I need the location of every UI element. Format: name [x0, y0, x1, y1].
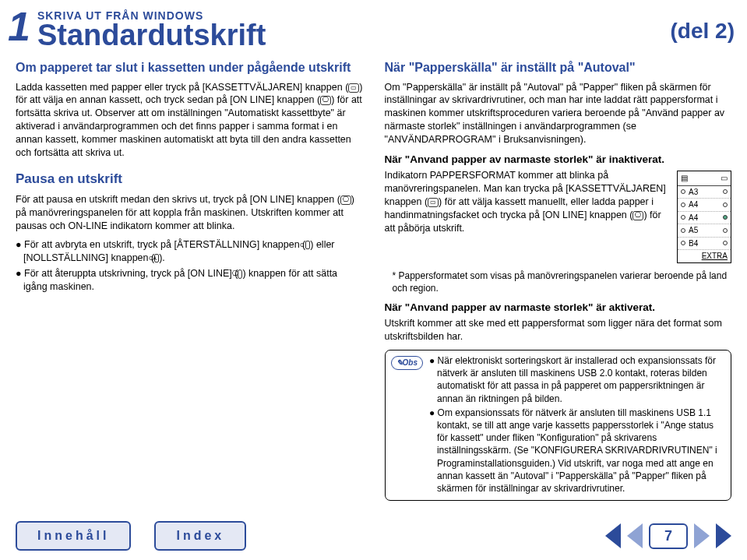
nav-next-icon[interactable] — [694, 523, 710, 548]
left-para-2: För att pausa en utskrift medan den skri… — [16, 193, 363, 233]
tray-icon: ▭ — [348, 83, 359, 93]
text-segment: För att pausa en utskrift medan den skri… — [16, 194, 340, 205]
left-heading-2: Pausa en utskrift — [16, 171, 363, 188]
pencil-icon: ✎ — [396, 358, 403, 367]
text-segment: För att avbryta en utskrift, tryck på [Å… — [24, 239, 305, 250]
indicator-dot — [723, 241, 728, 245]
page-footer: Innehåll Index 7 — [0, 521, 747, 551]
document-page: 1 SKRIVA UT FRÅN WINDOWS Standardutskrif… — [0, 0, 747, 560]
sheet-icon: ▭ — [721, 173, 728, 184]
online-icon: 🖵 — [632, 211, 643, 220]
diagram-row: B4 — [678, 237, 731, 250]
indicator-dot — [681, 241, 685, 245]
page-title: Standardutskrift — [37, 20, 671, 50]
paper-size-label: A4 — [689, 199, 720, 210]
indicator-dot — [681, 228, 685, 233]
asterisk-note: * Pappersformatet som visas på manövreri… — [393, 269, 732, 294]
left-heading-1: Om papperet tar slut i kassetten under p… — [16, 59, 363, 76]
diagram-row: A5 — [678, 224, 731, 237]
text-segment: Ladda kassetten med papper eller tryck p… — [16, 82, 348, 93]
index-button[interactable]: Index — [154, 521, 246, 551]
diagram-row: A3 — [678, 186, 731, 199]
bullet-item: ● Om expansionssats för nätverk är anslu… — [429, 407, 725, 495]
nav-last-icon[interactable] — [716, 523, 731, 548]
diagram-row: A4 — [678, 198, 731, 211]
page-nav: 7 — [605, 523, 731, 549]
obs-note-box: ✎Obs ● När elektroniskt sorteringskort ä… — [385, 350, 732, 501]
indicator-dot — [723, 215, 728, 220]
paper-size-label: A4 — [689, 213, 720, 224]
text-segment: För att återuppta utskrivning, tryck på … — [24, 268, 238, 279]
header-title-block: SKRIVA UT FRÅN WINDOWS Standardutskrift — [37, 5, 671, 50]
obs-label: Obs — [403, 358, 418, 367]
text-segment: Om expansionssats för nätverk är anslute… — [437, 407, 717, 494]
paper-size-label: A3 — [689, 187, 720, 198]
obs-body: ● När elektroniskt sorteringskort är ins… — [429, 354, 725, 496]
diagram-header: ▤ ▭ — [678, 171, 731, 186]
tray-icon: ▭ — [428, 198, 439, 207]
text-segment: När elektroniskt sorteringskort är insta… — [437, 355, 716, 404]
left-column: Om papperet tar slut i kassetten under p… — [16, 59, 363, 501]
indicator-dot — [723, 228, 728, 233]
diagram-extra-label: EXTRA — [678, 249, 731, 262]
content-columns: Om papperet tar slut i kassetten under p… — [0, 50, 747, 501]
online-icon: 🖵 — [320, 96, 331, 105]
sheet-icon: ▤ — [681, 173, 688, 184]
right-heading-1: När "Papperskälla" är inställt på "Autov… — [385, 59, 732, 76]
indicator-dot — [681, 215, 685, 220]
obs-badge: ✎Obs — [391, 356, 423, 370]
left-para-1: Ladda kassetten med papper eller tryck p… — [16, 81, 363, 160]
indicator-dot — [681, 189, 685, 194]
paper-size-label: A5 — [689, 225, 720, 236]
text-segment: ). — [159, 252, 165, 263]
bullet-item: ● För att återuppta utskrivning, tryck p… — [16, 267, 363, 294]
contents-button[interactable]: Innehåll — [16, 521, 131, 551]
bullet-item: ● För att avbryta en utskrift, tryck på … — [16, 238, 363, 265]
right-heading-3: När "Anvand papper av narmaste storlek" … — [385, 301, 732, 315]
indicator-dot — [681, 203, 685, 207]
para-with-diagram: ▤ ▭ A3A4A4A5B4 EXTRA Indikatorn PAPPERSF… — [385, 169, 732, 266]
online-icon: 🖵 — [340, 195, 351, 205]
nav-first-icon[interactable] — [605, 523, 621, 548]
bullet-item: ● När elektroniskt sorteringskort är ins… — [429, 354, 725, 405]
paper-format-diagram: ▤ ▭ A3A4A4A5B4 EXTRA — [677, 171, 731, 263]
paper-size-label: B4 — [689, 238, 720, 249]
nav-prev-icon[interactable] — [627, 523, 643, 548]
page-number: 7 — [649, 523, 688, 549]
chapter-number: 1 — [0, 5, 37, 47]
page-header: 1 SKRIVA UT FRÅN WINDOWS Standardutskrif… — [0, 0, 747, 50]
right-para-3: Utskrift kommer att ske med ett pappersf… — [385, 317, 732, 343]
right-column: När "Papperskälla" är inställt på "Autov… — [385, 59, 732, 501]
indicator-dot — [723, 189, 728, 194]
right-heading-2: När "Anvand papper av narmaste storlek" … — [385, 153, 732, 167]
right-para-1: Om "Papperskälla" är inställt på "Autova… — [385, 81, 732, 146]
part-label: (del 2) — [671, 5, 735, 44]
indicator-dot — [723, 203, 728, 207]
diagram-row: A4 — [678, 211, 731, 224]
